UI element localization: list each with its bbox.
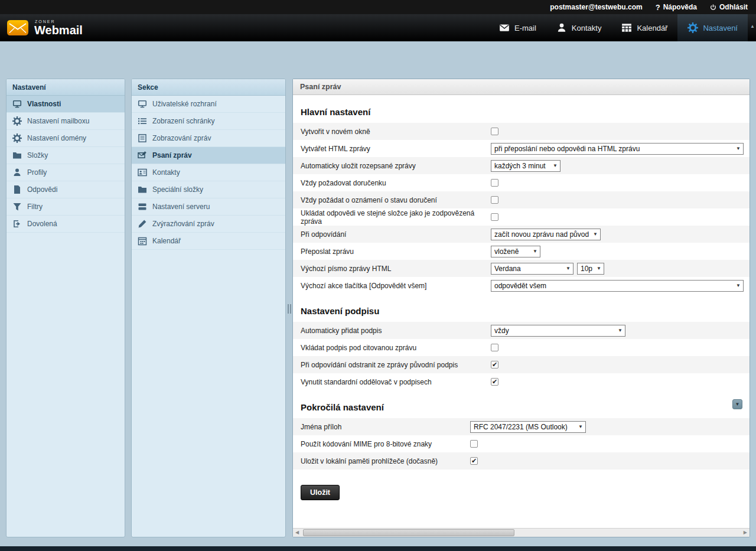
mail-compose-icon xyxy=(138,151,147,160)
section-item-kontakty[interactable]: Kontakty xyxy=(132,164,285,181)
brand-zoner-label: ZONER xyxy=(35,19,83,24)
select-reply-all-action[interactable]: odpovědět všem ▼ xyxy=(491,280,744,292)
setting-row: Při odpovídání začít novou zprávu nad pů… xyxy=(293,226,750,243)
select-font-family[interactable]: Verdana ▼ xyxy=(491,263,573,275)
document-icon xyxy=(12,185,22,194)
setting-row: Vynutit standardní oddělovač v podpisech xyxy=(293,373,750,390)
nav-item-email[interactable]: E-mail xyxy=(489,14,546,41)
brand-logo[interactable]: ZONER Webmail xyxy=(0,14,83,41)
topbar: postmaster@testwebu.com ? Nápověda Odhlá… xyxy=(0,0,756,14)
sidebar-item-vlastnosti[interactable]: Vlastnosti xyxy=(6,96,125,113)
checkbox-delivery-status-notification[interactable] xyxy=(491,196,498,204)
select-attachment-names[interactable]: RFC 2047/2231 (MS Outlook) ▼ xyxy=(470,421,586,433)
content-panel: Psaní zpráv Hlavní nastavení Vytvořit v … xyxy=(292,79,750,537)
checkbox-signature-below-quote[interactable] xyxy=(491,344,498,351)
horizontal-scrollbar[interactable]: ◀ ▶ xyxy=(293,528,750,537)
nav-label: Kalendář xyxy=(637,24,667,32)
nav-item-kontakty[interactable]: Kontakty xyxy=(546,14,612,41)
setting-label: Jména příloh xyxy=(301,423,470,431)
select-autosave-interval[interactable]: každých 3 minut ▼ xyxy=(491,160,561,172)
sidebar-item-slozky[interactable]: Složky xyxy=(6,147,125,164)
select-forward-mode[interactable]: vloženě ▼ xyxy=(491,246,540,257)
section-item-zvyraznovani-zprav[interactable]: Zvýrazňování zpráv xyxy=(132,216,285,233)
select-html-messages[interactable]: při přeposlání nebo odpovědi na HTML zpr… xyxy=(491,143,744,155)
save-button[interactable]: Uložit xyxy=(301,485,340,500)
section-sidebar-title: Sekce xyxy=(132,79,285,96)
sidebar-item-label: Odpovědi xyxy=(27,185,57,194)
sidebar-item-nastaveni-mailboxu[interactable]: Nastavení mailboxu xyxy=(6,113,125,130)
section-heading-main: Hlavní nastavení xyxy=(301,107,742,117)
checkbox-new-window[interactable] xyxy=(491,128,498,135)
nav-item-nastaveni[interactable]: Nastavení xyxy=(677,14,748,41)
section-item-kalendar[interactable]: Kalendář xyxy=(132,233,285,250)
gear-icon xyxy=(12,116,22,126)
advanced-settings-rows: Jména příloh RFC 2047/2231 (MS Outlook) … xyxy=(293,418,750,470)
section-heading-signature: Nastavení podpisu xyxy=(301,306,742,316)
sidebar-item-odpovedi[interactable]: Odpovědi xyxy=(6,181,125,198)
select-value: při přeposlání nebo odpovědi na HTML zpr… xyxy=(494,145,640,153)
sidebar-item-label: Nastavení domény xyxy=(27,134,86,142)
section-item-psani-zprav[interactable]: Psaní zpráv xyxy=(132,147,285,164)
nav-label: Kontakty xyxy=(572,24,602,32)
dropdown-arrow-icon: ▼ xyxy=(533,249,537,254)
checkbox-remove-original-signature[interactable] xyxy=(491,361,498,369)
section-item-label: Zobrazení schránky xyxy=(152,117,214,125)
checkbox-delivery-receipt[interactable] xyxy=(491,179,498,187)
select-reply-mode[interactable]: začít novou zprávu nad původní ▼ xyxy=(491,229,601,240)
select-value: RFC 2047/2231 (MS Outlook) xyxy=(474,423,568,431)
dropdown-arrow-icon: ▼ xyxy=(736,146,741,151)
sidebar-item-profily[interactable]: Profily xyxy=(6,164,125,181)
section-item-nastaveni-serveru[interactable]: Nastavení serveru xyxy=(132,198,285,216)
setting-label: Výchozí písmo zprávy HTML xyxy=(301,265,491,273)
contact-card-icon xyxy=(138,168,147,177)
sidebar-item-dovolena[interactable]: Dovolená xyxy=(6,216,125,233)
select-value: vloženě xyxy=(494,247,519,256)
setting-label: Vkládat podpis pod citovanou zprávu xyxy=(301,344,491,352)
setting-row: Výchozí akce tlačítka [Odpovědět všem] o… xyxy=(293,277,750,294)
advanced-section-header: Pokročilá nastavení ▼ xyxy=(293,390,750,418)
setting-label: Vytvořit v novém okně xyxy=(301,128,491,136)
select-auto-signature[interactable]: vždy ▼ xyxy=(491,325,625,337)
checkbox-browser-local-storage[interactable] xyxy=(470,457,478,465)
sidebar-item-filtry[interactable]: Filtry xyxy=(6,198,125,216)
scrollbar-thumb[interactable] xyxy=(303,529,514,536)
sidebar-item-label: Dovolená xyxy=(27,220,57,228)
setting-label: Automaticky přidat podpis xyxy=(301,327,491,335)
setting-row: Vytvořit v novém okně xyxy=(293,123,750,140)
section-item-uzivatelske-rozhrani[interactable]: Uživatelské rozhraní xyxy=(132,96,285,113)
setting-label: Vytvářet HTML zprávy xyxy=(301,145,491,153)
setting-row: Uložit v lokální paměti prohlížeče (doča… xyxy=(293,452,750,470)
scroll-right-arrow-icon[interactable]: ▶ xyxy=(744,530,747,535)
window-bottom-edge xyxy=(0,546,756,551)
logout-link[interactable]: Odhlásit xyxy=(710,3,748,11)
checkbox-force-signature-separator[interactable] xyxy=(491,378,498,386)
select-value: Verdana xyxy=(494,265,521,273)
setting-label: Ukládat odpovědi ve stejné složce jako j… xyxy=(301,209,491,226)
sidebar-item-nastaveni-domeny[interactable]: Nastavení domény xyxy=(6,130,125,147)
main-settings-rows: Vytvořit v novém okně Vytvářet HTML zprá… xyxy=(293,123,750,294)
scroll-left-arrow-icon[interactable]: ◀ xyxy=(295,530,299,535)
section-item-specialni-slozky[interactable]: Speciální složky xyxy=(132,181,285,198)
setting-label: Vynutit standardní oddělovač v podpisech xyxy=(301,378,491,386)
gear-icon xyxy=(12,133,22,143)
scroll-up-arrow-icon[interactable]: ▲ xyxy=(750,24,755,29)
collapse-advanced-button[interactable]: ▼ xyxy=(732,399,742,409)
folder-icon xyxy=(138,185,147,194)
select-font-size[interactable]: 10pt ▼ xyxy=(577,263,604,275)
checkbox-mime-8bit[interactable] xyxy=(470,440,478,448)
panel-splitter[interactable] xyxy=(287,302,292,315)
section-item-zobrazovani-zprav[interactable]: Zobrazování zpráv xyxy=(132,130,285,147)
section-item-label: Nastavení serveru xyxy=(152,203,210,211)
setting-label: Vždy požádat o oznámení o stavu doručení xyxy=(301,196,491,204)
help-link[interactable]: ? Nápověda xyxy=(656,3,697,12)
select-value: odpovědět všem xyxy=(494,282,546,290)
nav-item-kalendar[interactable]: Kalendář xyxy=(611,14,677,41)
setting-row: Vkládat podpis pod citovanou zprávu xyxy=(293,339,750,356)
logout-label: Odhlásit xyxy=(719,3,748,11)
setting-label: Vždy požadovat doručenku xyxy=(301,179,491,187)
section-item-zobrazeni-schranky[interactable]: Zobrazení schránky xyxy=(132,113,285,130)
checkbox-save-reply-same-folder[interactable] xyxy=(491,213,498,221)
sidebar-item-label: Filtry xyxy=(27,203,43,211)
setting-label: Při odpovídání odstranit ze zprávy původ… xyxy=(301,361,491,369)
monitor-icon xyxy=(138,99,147,109)
